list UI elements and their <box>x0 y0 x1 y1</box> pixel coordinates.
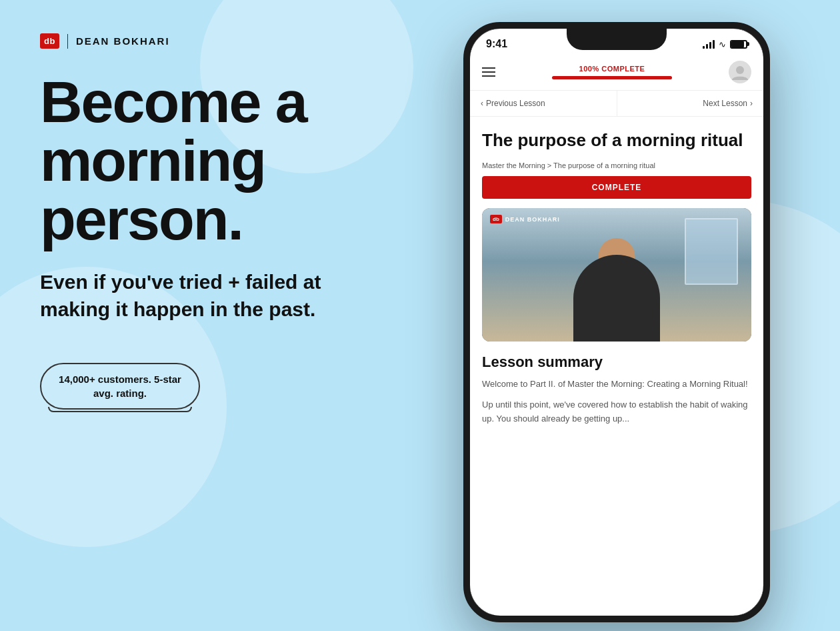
phone-notch <box>567 29 667 50</box>
lesson-navigation: ‹ Previous Lesson Next Lesson › <box>470 91 763 117</box>
brand-header: db DEAN BOKHARI <box>40 33 373 49</box>
video-thumbnail[interactable]: db DEAN BOKHARI <box>482 208 751 342</box>
next-chevron-icon: › <box>750 99 753 108</box>
video-logo-badge: db <box>490 215 502 223</box>
svg-point-0 <box>736 66 744 74</box>
content-area: The purpose of a morning ritual Master t… <box>470 117 763 433</box>
prev-lesson-button[interactable]: ‹ Previous Lesson <box>470 91 617 116</box>
badge-text: 14,000+ customers. 5-star avg. rating. <box>59 374 181 399</box>
wifi-icon: ∿ <box>719 39 726 49</box>
video-logo: db DEAN BOKHARI <box>490 215 560 223</box>
video-window-bg <box>685 218 738 285</box>
lesson-summary-text-1: Welcome to Part II. of Master the Mornin… <box>482 378 751 392</box>
app-header: 100% COMPLETE <box>470 55 763 91</box>
signal-icon <box>703 40 715 49</box>
social-proof-badge: 14,000+ customers. 5-star avg. rating. <box>40 363 200 410</box>
main-headline: Become a morning person. <box>40 73 373 249</box>
menu-icon[interactable] <box>482 67 495 77</box>
progress-label: 100% COMPLETE <box>579 65 645 73</box>
avatar[interactable] <box>729 61 751 83</box>
brand-name: DEAN BOKHARI <box>76 35 170 47</box>
brand-logo: db <box>40 33 59 49</box>
progress-bar <box>552 76 672 79</box>
sub-headline: Even if you've tried + failed at making … <box>40 269 373 323</box>
lesson-summary-text-2: Up until this point, we've covered how t… <box>482 398 751 426</box>
battery-icon <box>730 40 747 49</box>
phone-mockup: 9:41 ∿ <box>463 22 770 622</box>
right-panel: 9:41 ∿ <box>413 0 840 631</box>
next-lesson-button[interactable]: Next Lesson › <box>617 91 764 116</box>
status-time: 9:41 <box>486 38 507 50</box>
left-panel: db DEAN BOKHARI Become a morning person.… <box>0 0 413 631</box>
lesson-summary-title: Lesson summary <box>482 354 751 371</box>
brand-divider <box>67 34 68 49</box>
status-icons: ∿ <box>703 39 747 49</box>
phone-screen: 9:41 ∿ <box>470 29 763 616</box>
video-logo-name: DEAN BOKHARI <box>505 216 560 223</box>
person-body <box>573 255 660 342</box>
complete-button[interactable]: COMPLETE <box>482 176 751 199</box>
prev-chevron-icon: ‹ <box>481 99 483 108</box>
next-lesson-label: Next Lesson <box>703 99 747 108</box>
lesson-title: The purpose of a morning ritual <box>482 130 751 151</box>
prev-lesson-label: Previous Lesson <box>486 99 545 108</box>
progress-section: 100% COMPLETE <box>552 65 672 79</box>
breadcrumb: Master the Morning > The purpose of a mo… <box>482 161 751 169</box>
